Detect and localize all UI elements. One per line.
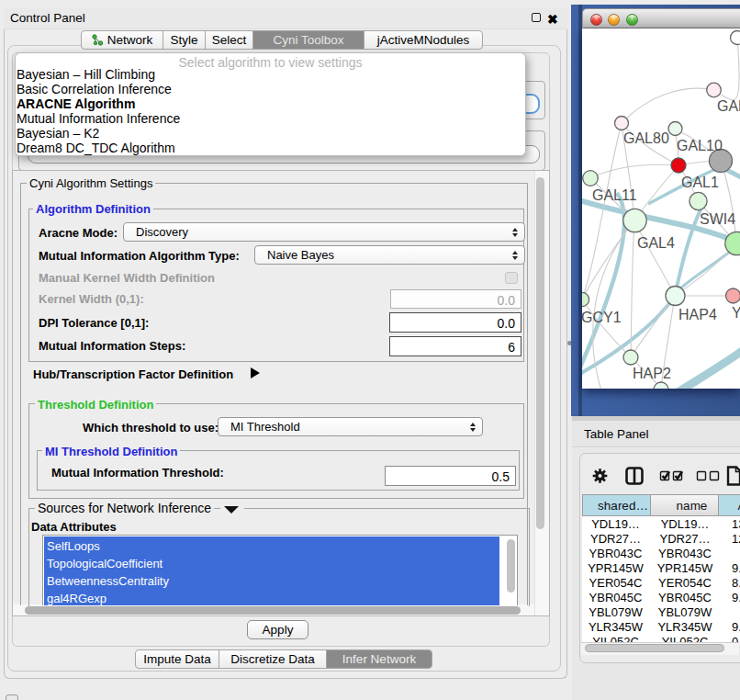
svg-text:SWI4: SWI4: [700, 211, 735, 227]
svg-text:GAL80: GAL80: [623, 130, 669, 146]
svg-text:GAL2: GAL2: [717, 98, 740, 114]
svg-text:HAP2: HAP2: [633, 366, 671, 381]
svg-text:GAL4: GAL4: [637, 235, 675, 251]
svg-text:GAL1: GAL1: [681, 175, 719, 190]
svg-text:HAP4: HAP4: [678, 307, 717, 322]
svg-text:GCY1: GCY1: [582, 310, 622, 325]
svg-text:GAL11: GAL11: [592, 187, 637, 203]
svg-text:GAL10: GAL10: [677, 138, 723, 153]
svg-text:YE: YE: [732, 305, 740, 321]
